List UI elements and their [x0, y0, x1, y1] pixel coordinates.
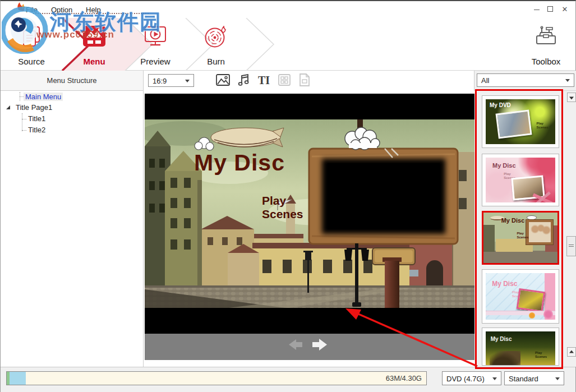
template-photo: [517, 288, 546, 312]
capacity-progress-bar: 63M/4.30G: [6, 371, 427, 385]
page-nav-arrows: [145, 334, 474, 360]
tab-burn-label: Burn: [186, 57, 246, 66]
template-filter-select[interactable]: All: [477, 73, 574, 87]
tab-preview-label: Preview: [125, 57, 186, 66]
menu-background-art: [145, 119, 474, 308]
add-text-button[interactable]: TI: [257, 73, 272, 88]
template-scenes-label: Scenes: [535, 355, 547, 358]
titlebar: File Option Help ✕: [1, 1, 575, 18]
tree-guide: [22, 113, 22, 131]
tab-toolbox[interactable]: Toolbox: [514, 18, 576, 71]
play-label: Play: [262, 194, 303, 207]
menu-icon: [83, 26, 105, 47]
play-scenes-button[interactable]: Play Scenes: [262, 194, 303, 221]
template-play-label: Play: [504, 172, 510, 176]
menu-preview-stage: My Disc Play Scenes: [145, 91, 474, 367]
burn-icon: [204, 26, 228, 48]
template-card-3-selected[interactable]: My Disc Play Scenes: [482, 211, 559, 265]
template-list-panel: My DVD Play Scenes My Disc Play Scenes: [474, 91, 576, 367]
next-page-arrow-icon[interactable]: [312, 339, 327, 351]
template-title: My Disc: [492, 162, 516, 169]
tree-guide: [22, 119, 26, 119]
disc-title-text[interactable]: My Disc: [194, 150, 285, 176]
add-music-button[interactable]: [237, 73, 252, 88]
template-play-label: Play: [537, 122, 543, 125]
tree-item-title2[interactable]: Title2: [28, 126, 45, 134]
chevron-down-icon: [492, 377, 497, 380]
frame-style-button[interactable]: [278, 73, 292, 88]
add-image-button[interactable]: [216, 73, 231, 88]
template-title: My Disc: [491, 336, 512, 342]
tree-guide: [22, 130, 26, 131]
aspect-ratio-select[interactable]: 16:9: [148, 74, 194, 87]
template-title: My Disc: [501, 217, 525, 224]
tree-item-title1[interactable]: Title1: [28, 114, 45, 123]
disc-type-select[interactable]: DVD (4.7G): [442, 371, 501, 385]
menu-structure-header: Menu Structure: [1, 71, 144, 91]
flower-decoration: [529, 312, 535, 319]
mini-frame: [526, 219, 554, 246]
template-photo: [495, 110, 532, 139]
disc-type-value: DVD (4.7G): [446, 374, 485, 382]
prev-page-arrow-icon[interactable]: [289, 339, 302, 350]
template-scenes-label: Scenes: [537, 126, 549, 129]
template-card-2[interactable]: My Disc Play Scenes: [482, 154, 559, 206]
tab-burn[interactable]: Burn: [186, 18, 246, 71]
wizard-tabbar: Source Menu Preview: [1, 18, 575, 71]
template-card-5[interactable]: My Disc Play Scenes: [482, 328, 559, 366]
music-icon: [237, 73, 251, 87]
letterbox-bottom: [145, 308, 474, 334]
grip-icon: [569, 245, 574, 247]
mini-family-photo: [529, 222, 551, 243]
menu-file[interactable]: File: [26, 6, 38, 14]
letterbox-top: [145, 94, 474, 119]
quality-select[interactable]: Standard: [504, 371, 564, 385]
template-thumb-art: My DVD Play Scenes: [486, 99, 555, 144]
template-thumb-art: My Disc Play Scenes: [486, 331, 555, 366]
preview-icon: [144, 26, 167, 47]
thumbnail-style-button[interactable]: [298, 73, 312, 88]
toolbox-icon: [535, 26, 557, 48]
page-icon: [298, 73, 311, 87]
tab-source-label: Source: [1, 57, 62, 66]
triangle-down-icon: [569, 96, 574, 99]
scroll-up-button[interactable]: [567, 347, 576, 357]
menu-help[interactable]: Help: [86, 6, 101, 14]
tree-item-title-page1[interactable]: Title Page1: [16, 103, 52, 112]
app-window: File Option Help ✕ Source: [0, 0, 576, 392]
tab-preview[interactable]: Preview: [125, 18, 186, 71]
aspect-ratio-value: 16:9: [153, 76, 167, 85]
quality-value: Standard: [509, 374, 538, 382]
close-button[interactable]: ✕: [559, 4, 571, 15]
menu-structure-panel: Main Menu Title Page1 Title1 Title2: [1, 91, 144, 367]
dog-photo: [490, 351, 520, 366]
svg-text:TI: TI: [258, 74, 270, 86]
menu-preview-canvas[interactable]: My Disc Play Scenes: [145, 119, 474, 308]
menu-option[interactable]: Option: [51, 6, 72, 14]
scenes-label: Scenes: [262, 207, 303, 221]
tree-guide: [20, 92, 20, 101]
chevron-down-icon: [555, 377, 560, 380]
template-card-4[interactable]: My Disc Play Scenes: [482, 269, 559, 324]
scroll-down-button[interactable]: [567, 93, 576, 102]
capacity-fill-blue: [10, 372, 26, 385]
template-thumb-art: My Disc Play Scenes: [486, 158, 555, 202]
tree-guide: [20, 96, 24, 97]
scroll-thumb[interactable]: [566, 236, 576, 256]
template-thumb-art: My Disc Play Scenes: [486, 273, 555, 320]
template-title: My Disc: [492, 280, 517, 288]
tree-expander-icon[interactable]: [6, 105, 10, 109]
tree-item-main-menu[interactable]: Main Menu: [24, 93, 63, 101]
status-footer: 63M/4.30G DVD (4.7G) Standard: [1, 367, 575, 392]
template-card-1[interactable]: My DVD Play Scenes: [482, 95, 559, 148]
image-icon: [216, 73, 231, 87]
tab-toolbox-label: Toolbox: [514, 57, 576, 66]
maximize-button[interactable]: [544, 4, 556, 15]
chevron-down-icon: [565, 79, 570, 82]
capacity-usage-text: 63M/4.30G: [386, 372, 422, 385]
minimize-button[interactable]: [531, 4, 543, 15]
menu-page-navbar: [145, 334, 474, 360]
tab-source[interactable]: Source: [1, 18, 62, 71]
tab-menu[interactable]: Menu: [63, 18, 125, 71]
template-filter-value: All: [481, 76, 489, 85]
